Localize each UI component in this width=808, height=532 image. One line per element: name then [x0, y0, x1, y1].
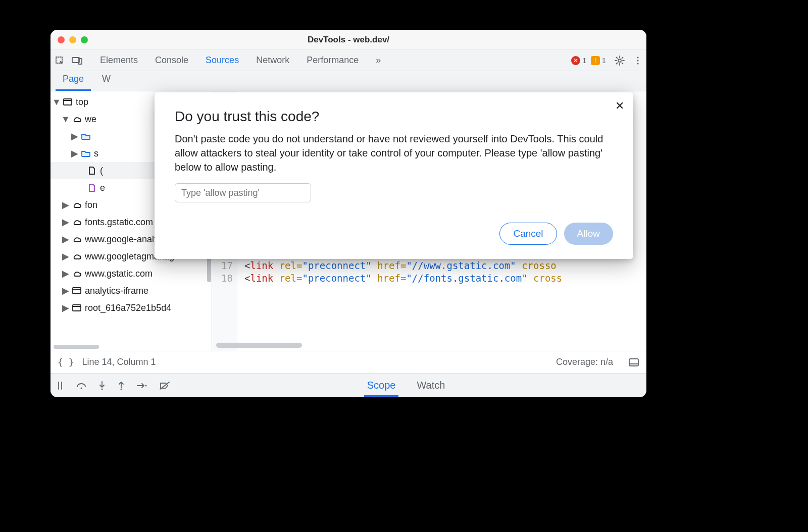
cloud-icon [72, 116, 82, 123]
sidebar-hscroll[interactable] [54, 345, 99, 349]
more-menu-button[interactable] [633, 55, 642, 66]
close-button[interactable]: ✕ [615, 99, 624, 113]
caret-icon: ▶ [63, 251, 69, 262]
step-out-button[interactable] [117, 381, 125, 391]
device-toggle-icon[interactable] [72, 56, 83, 65]
tab-performance[interactable]: Performance [299, 55, 366, 66]
dialog-body: Don't paste code you do not understand o… [175, 132, 613, 174]
file-icon [87, 167, 97, 175]
tree-label: fonts.gstatic.com [85, 217, 153, 228]
file-pink-icon [87, 184, 97, 192]
step-into-button[interactable] [98, 381, 106, 391]
tabs-overflow-button[interactable]: » [369, 55, 388, 66]
tree-label: root_616a752e1b5d4 [85, 303, 171, 313]
cancel-button[interactable]: Cancel [499, 223, 557, 245]
tree-label: analytics-iframe [85, 286, 148, 296]
error-count-badge[interactable]: ✕1 [571, 56, 586, 65]
debug-tab-scope[interactable]: Scope [364, 375, 399, 397]
tab-elements[interactable]: Elements [93, 55, 145, 66]
svg-rect-13 [629, 359, 638, 366]
svg-rect-11 [73, 305, 81, 311]
pause-button[interactable] [56, 381, 65, 391]
svg-point-5 [637, 60, 638, 61]
sources-subtabstrip: Page W [50, 71, 646, 91]
coverage-indicator: Coverage: n/a [556, 357, 613, 367]
tree-label: ( [100, 166, 103, 176]
window-icon [72, 304, 82, 311]
step-button[interactable] [136, 382, 147, 390]
error-icon: ✕ [571, 56, 580, 65]
dialog-title: Do you trust this code? [175, 109, 613, 125]
titlebar: DevTools - web.dev/ [50, 30, 646, 50]
caret-icon: ▼ [63, 114, 69, 125]
cloud-icon [72, 253, 82, 260]
cloud-icon [72, 201, 82, 208]
cursor-position: Line 14, Column 1 [82, 357, 156, 367]
caret-icon: ▶ [63, 285, 69, 296]
tab-network[interactable]: Network [249, 55, 296, 66]
cloud-icon [72, 236, 82, 243]
panel-tabstrip: Elements Console Sources Network Perform… [50, 50, 646, 71]
allow-pasting-input[interactable] [175, 183, 311, 202]
svg-point-19 [102, 388, 103, 390]
svg-rect-7 [64, 99, 72, 105]
trust-code-dialog: ✕ Do you trust this code? Don't paste co… [155, 92, 633, 259]
window-icon [63, 98, 73, 105]
tree-label: s [94, 148, 98, 159]
svg-rect-9 [73, 288, 81, 294]
subtab-page[interactable]: Page [56, 70, 91, 91]
svg-rect-2 [78, 59, 82, 64]
editor-hscroll[interactable] [216, 343, 302, 348]
svg-point-3 [618, 59, 621, 62]
step-over-button[interactable] [76, 381, 87, 391]
window-title: DevTools - web.dev/ [50, 35, 646, 45]
caret-icon: ▼ [54, 97, 60, 108]
warning-icon: ! [591, 56, 600, 65]
caret-icon: ▶ [72, 131, 78, 142]
tree-label: top [76, 97, 88, 108]
svg-point-6 [637, 63, 638, 64]
tree-label: e [100, 183, 105, 193]
tree-row[interactable]: ▶analytics-iframe [50, 282, 212, 299]
devtools-window: DevTools - web.dev/ Elements Console Sou… [50, 30, 646, 397]
folder-icon [81, 133, 91, 140]
tree-label: www.gstatic.com [85, 269, 153, 279]
debug-tab-watch[interactable]: Watch [414, 375, 448, 397]
svg-point-21 [121, 388, 122, 390]
settings-button[interactable] [614, 55, 625, 66]
caret-icon: ▶ [63, 234, 69, 245]
inspect-icon[interactable] [55, 56, 65, 66]
deactivate-breakpoints-button[interactable] [159, 381, 171, 391]
cloud-icon [72, 219, 82, 226]
svg-point-4 [637, 57, 638, 58]
caret-icon: ▶ [72, 148, 78, 159]
window-icon [72, 287, 82, 294]
debugger-toolbar: Scope Watch [50, 373, 646, 397]
caret-icon: ▶ [63, 199, 69, 210]
caret-icon: ▶ [63, 302, 69, 313]
cloud-icon [72, 270, 82, 277]
svg-point-17 [81, 387, 82, 389]
show-sidebar-icon[interactable] [628, 357, 639, 367]
caret-icon: ▶ [63, 268, 69, 279]
svg-point-23 [145, 385, 147, 386]
tree-label: we [85, 114, 96, 125]
tree-label: fon [85, 200, 97, 210]
folder-icon [81, 150, 91, 157]
warning-count-badge[interactable]: !1 [591, 56, 606, 65]
tab-console[interactable]: Console [148, 55, 195, 66]
editor-status-bar: { } Line 14, Column 1 Coverage: n/a [50, 351, 646, 373]
pretty-print-button[interactable]: { } [58, 357, 74, 367]
subtab-second[interactable]: W [95, 70, 118, 91]
tab-sources[interactable]: Sources [198, 55, 246, 66]
tree-row[interactable]: ▶root_616a752e1b5d4 [50, 299, 212, 316]
tree-row[interactable]: ▶www.gstatic.com [50, 265, 212, 282]
allow-button[interactable]: Allow [564, 223, 613, 245]
caret-icon: ▶ [63, 217, 69, 228]
